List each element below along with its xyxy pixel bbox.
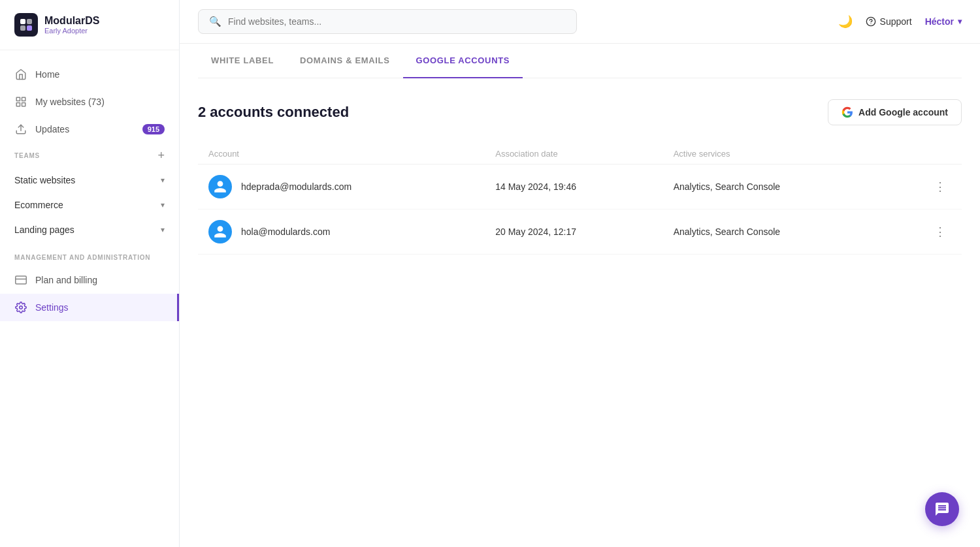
sidebar-item-my-websites-label: My websites (73) xyxy=(35,97,105,107)
user-name: Héctor xyxy=(925,16,954,27)
search-icon: 🔍 xyxy=(209,16,221,27)
team-static-websites-label: Static websites xyxy=(14,175,75,185)
avatar xyxy=(208,175,232,198)
logo-icon xyxy=(14,13,38,37)
sidebar: ModularDS Early Adopter Home My websites… xyxy=(0,0,180,547)
table-row: hola@modulards.com 20 May 2024, 12:17 An… xyxy=(198,210,962,255)
credit-card-icon xyxy=(14,274,27,287)
svg-rect-7 xyxy=(22,103,25,106)
gear-icon xyxy=(14,301,27,314)
tab-domains-emails[interactable]: DOMAINS & EMAILS xyxy=(287,44,403,78)
chat-button[interactable] xyxy=(925,492,959,526)
account-email: hdeprada@modulards.com xyxy=(241,181,351,192)
svg-rect-2 xyxy=(20,25,25,31)
col-association-date: Association date xyxy=(485,144,662,164)
sidebar-item-my-websites[interactable]: My websites (73) xyxy=(0,88,179,116)
google-icon xyxy=(841,106,853,118)
svg-rect-5 xyxy=(22,97,25,101)
svg-rect-4 xyxy=(16,97,20,101)
sidebar-item-settings-label: Settings xyxy=(35,302,69,313)
association-date: 14 May 2024, 19:46 xyxy=(485,164,662,210)
sidebar-item-ecommerce[interactable]: Ecommerce ▾ xyxy=(0,193,179,217)
col-active-services: Active services xyxy=(663,144,887,164)
add-google-account-button[interactable]: Add Google account xyxy=(828,99,962,125)
team-ecommerce-label: Ecommerce xyxy=(14,200,63,210)
support-icon xyxy=(866,16,876,27)
svg-rect-9 xyxy=(16,276,27,284)
logo-name: ModularDS xyxy=(44,15,99,27)
logo-text: ModularDS Early Adopter xyxy=(44,15,99,35)
accounts-title: 2 accounts connected xyxy=(198,104,349,121)
sidebar-navigation: Home My websites (73) Updates 915 TEAMS … xyxy=(0,50,179,547)
svg-rect-0 xyxy=(20,19,25,24)
svg-rect-6 xyxy=(16,103,20,106)
sidebar-item-static-websites[interactable]: Static websites ▾ xyxy=(0,168,179,193)
team-landing-pages-label: Landing pages xyxy=(14,225,74,235)
add-google-account-label: Add Google account xyxy=(858,107,948,117)
support-button[interactable]: Support xyxy=(866,16,912,27)
support-label: Support xyxy=(880,16,912,27)
association-date: 20 May 2024, 12:17 xyxy=(485,210,662,255)
sidebar-item-home-label: Home xyxy=(35,69,59,80)
svg-point-11 xyxy=(20,306,23,309)
main-content: 🔍 🌙 Support Héctor ▾ WHITE LABEL DOMAINS… xyxy=(180,0,980,547)
settings-tabs: WHITE LABEL DOMAINS & EMAILS GOOGLE ACCO… xyxy=(198,44,962,78)
sidebar-item-plan-billing[interactable]: Plan and billing xyxy=(0,266,179,294)
home-icon xyxy=(14,68,27,81)
management-section-label: MANAGEMENT AND ADMINISTRATION xyxy=(0,242,179,266)
sidebar-item-plan-billing-label: Plan and billing xyxy=(35,275,97,285)
sidebar-item-landing-pages[interactable]: Landing pages ▾ xyxy=(0,217,179,242)
chevron-down-icon: ▾ xyxy=(161,225,165,234)
svg-rect-3 xyxy=(27,25,32,31)
sidebar-item-settings[interactable]: Settings xyxy=(0,294,179,321)
updates-badge: 915 xyxy=(142,124,165,134)
svg-rect-1 xyxy=(27,19,32,24)
account-email: hola@modulards.com xyxy=(241,227,330,237)
search-bar[interactable]: 🔍 xyxy=(198,9,577,34)
avatar xyxy=(208,220,232,243)
tab-google-accounts[interactable]: GOOGLE ACCOUNTS xyxy=(403,44,523,78)
active-services: Analytics, Search Console xyxy=(663,164,887,210)
chat-icon xyxy=(934,501,950,517)
teams-label: TEAMS xyxy=(14,152,40,159)
logo-badge: Early Adopter xyxy=(44,27,99,35)
sidebar-item-updates[interactable]: Updates 915 xyxy=(0,116,179,143)
topbar: 🔍 🌙 Support Héctor ▾ xyxy=(180,0,980,44)
user-avatar-icon xyxy=(213,225,227,239)
sidebar-logo: ModularDS Early Adopter xyxy=(0,0,179,50)
page-content: WHITE LABEL DOMAINS & EMAILS GOOGLE ACCO… xyxy=(180,44,980,547)
table-header: Account Association date Active services xyxy=(198,144,962,164)
updates-icon xyxy=(14,123,27,136)
accounts-table-body: hdeprada@modulards.com 14 May 2024, 19:4… xyxy=(198,164,962,255)
row-actions-button[interactable]: ⋮ xyxy=(929,222,951,242)
chevron-down-icon: ▾ xyxy=(161,200,165,210)
col-account: Account xyxy=(198,144,485,164)
accounts-table: Account Association date Active services… xyxy=(198,144,962,255)
grid-icon xyxy=(14,95,27,108)
sidebar-item-home[interactable]: Home xyxy=(0,61,179,88)
topbar-right: 🌙 Support Héctor ▾ xyxy=(838,14,962,29)
account-cell: hola@modulards.com xyxy=(208,220,474,243)
sidebar-item-updates-label: Updates xyxy=(35,124,69,134)
row-actions-button[interactable]: ⋮ xyxy=(929,177,951,196)
teams-add-button[interactable]: + xyxy=(157,149,165,161)
user-menu-button[interactable]: Héctor ▾ xyxy=(925,16,962,27)
table-row: hdeprada@modulards.com 14 May 2024, 19:4… xyxy=(198,164,962,210)
chevron-down-icon: ▾ xyxy=(161,176,165,185)
chevron-down-icon: ▾ xyxy=(958,17,962,26)
account-cell: hdeprada@modulards.com xyxy=(208,175,474,198)
user-avatar-icon xyxy=(213,180,227,194)
accounts-header: 2 accounts connected Add Google account xyxy=(198,99,962,125)
dark-mode-button[interactable]: 🌙 xyxy=(838,14,853,29)
teams-header: TEAMS + xyxy=(0,143,179,168)
tab-white-label[interactable]: WHITE LABEL xyxy=(198,44,287,78)
search-input[interactable] xyxy=(228,16,566,27)
active-services: Analytics, Search Console xyxy=(663,210,887,255)
